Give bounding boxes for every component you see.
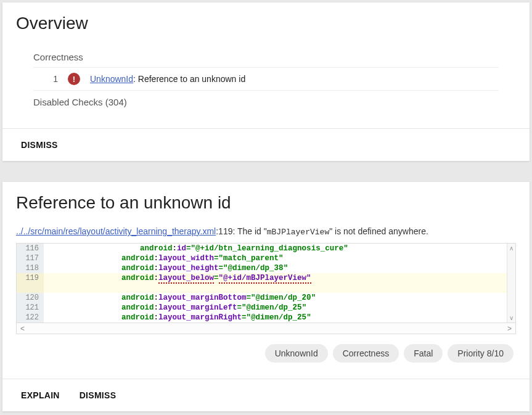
scroll-left-icon[interactable]: <: [20, 324, 25, 333]
chip-row: UnknownIdCorrectnessFatalPriority 8/10: [18, 344, 514, 363]
scroll-right-icon[interactable]: >: [507, 324, 512, 333]
overview-card: Overview Correctness 1 ! UnknownId: Refe…: [2, 2, 530, 161]
overview-title: Overview: [16, 14, 516, 33]
detail-title: Reference to an unknown id: [16, 193, 516, 213]
code-snippet: 116 android:id="@+id/btn_learning_diagno…: [16, 243, 516, 334]
chip-priority-8-10[interactable]: Priority 8/10: [448, 344, 514, 363]
issue-count: 1: [48, 74, 58, 84]
code-line: 116 android:id="@+id/btn_learning_diagno…: [17, 244, 515, 253]
code-line: 122 android:layout_marginRight="@dimen/d…: [17, 313, 515, 323]
scroll-down-icon[interactable]: ∨: [509, 314, 514, 321]
code-line: 119 android:layout_below="@+id/mBJPlayer…: [17, 273, 515, 283]
chip-correctness[interactable]: Correctness: [333, 344, 399, 363]
explain-button[interactable]: EXPLAIN: [21, 390, 60, 400]
code-line: [17, 283, 515, 293]
dismiss-button[interactable]: DISMISS: [21, 140, 58, 150]
code-line: 117 android:layout_width="match_parent": [17, 253, 515, 263]
horizontal-scrollbar[interactable]: < >: [17, 323, 515, 334]
scroll-up-icon[interactable]: ∧: [509, 245, 514, 252]
issue-row[interactable]: 1 ! UnknownId: Reference to an unknown i…: [33, 68, 499, 91]
category-correctness[interactable]: Correctness: [33, 47, 499, 68]
issue-desc: Reference to an unknown id: [138, 74, 245, 84]
file-path-link[interactable]: ../../src/main/res/layout/activity_learn…: [16, 226, 216, 236]
disabled-checks-row[interactable]: Disabled Checks (304): [33, 91, 499, 113]
chip-fatal[interactable]: Fatal: [404, 344, 443, 363]
code-line: 121 android:layout_marginLeft="@dimen/dp…: [17, 303, 515, 313]
dismiss-button[interactable]: DISMISS: [80, 390, 117, 400]
error-icon: !: [68, 73, 80, 85]
issue-detail-card: Reference to an unknown id ../../src/mai…: [2, 182, 530, 411]
chip-unknownid[interactable]: UnknownId: [265, 344, 328, 363]
code-line: 120 android:layout_marginBottom="@dimen/…: [17, 293, 515, 303]
code-line: 118 android:layout_height="@dimen/dp_38": [17, 263, 515, 273]
vertical-scrollbar[interactable]: ∧ ∨: [507, 244, 515, 323]
issue-id-link[interactable]: UnknownId: [90, 74, 133, 84]
